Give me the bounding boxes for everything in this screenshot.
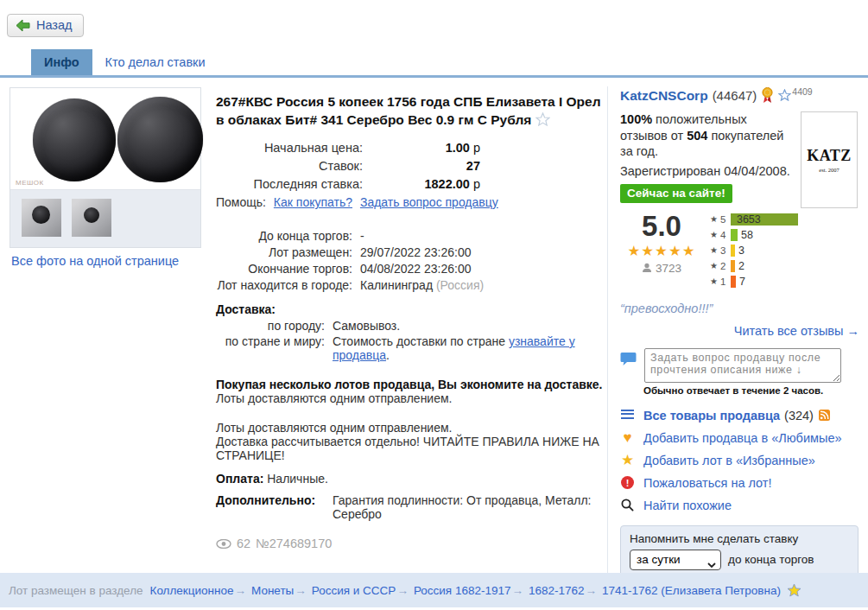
payment-value: Наличные.: [267, 472, 328, 486]
savings-note-line: Лоты доставляются одним отправлением.: [216, 391, 453, 405]
rating-summary: 5.0 ★★★★★ 3723: [620, 212, 703, 291]
thumbnail-strip: [10, 189, 200, 247]
read-all-reviews-link[interactable]: Читать все отзывы →: [620, 324, 859, 338]
category-star-icon[interactable]: [787, 583, 801, 597]
histogram-bar: [731, 260, 735, 272]
breadcrumb-link-1682-1762[interactable]: 1682-1762: [529, 584, 585, 597]
eye-icon: [216, 539, 231, 549]
info-row: Окончание торгов: 04/08/2022 23:26:00: [216, 261, 484, 277]
add-lot-favorites-link[interactable]: Добавить лот в «Избранные»: [643, 454, 815, 467]
price-number: 1.00: [446, 141, 470, 155]
additional-label: Дополнительно:: [216, 493, 333, 521]
histogram-row: ★ 2 2: [710, 260, 798, 272]
star-level: 4: [720, 230, 727, 240]
question-row: [620, 348, 859, 383]
shipping-note-line2: Доставка рассчитывается отдельно! ЧИТАЙТ…: [216, 435, 599, 462]
thumbnail-2[interactable]: [72, 199, 111, 237]
histogram-count: 3653: [737, 213, 761, 226]
icon-cell: !: [620, 476, 635, 489]
seller-logo[interactable]: KATZ est. 2007: [801, 111, 858, 208]
back-button[interactable]: Назад: [7, 14, 84, 37]
reminder-period-select[interactable]: за сутки: [630, 550, 721, 570]
delivery-value: Стоимость доставки по стране узнавайте у…: [325, 334, 584, 363]
info-label: Лот размещен:: [216, 245, 352, 261]
seller-logo-text: KATZ: [807, 147, 852, 165]
reminder-after-text: до конца торгов: [728, 553, 814, 566]
photo-panel: МЕШОК: [10, 87, 201, 248]
breadcrumb-link-russia-ussr[interactable]: Россия и СССР: [312, 584, 396, 597]
breadcrumb-prefix: Лот размещен в разделе: [9, 584, 143, 597]
ask-seller-link[interactable]: Задать вопрос продавцу: [360, 195, 498, 209]
seller-favorites-count: 4409: [792, 86, 812, 97]
lot-country: (Россия): [433, 278, 484, 292]
goods-count: (324): [784, 409, 814, 423]
arrow-right-icon: →: [511, 584, 523, 597]
star-icon: ★: [710, 276, 718, 286]
seller-name-link[interactable]: KatzCNSCorp: [620, 88, 708, 104]
price-label: Последняя ставка:: [216, 175, 363, 193]
payment-label: Оплата:: [216, 472, 263, 486]
lot-page: Назад Инфо Кто делал ставки МЕШОК Все фо…: [0, 0, 868, 610]
favorites-star-icon: [778, 89, 791, 101]
histogram-bar: [731, 276, 736, 288]
breadcrumb-link-1741-1762[interactable]: 1741-1762 (Елизавета Петровна): [602, 584, 781, 597]
info-value-text: 29/07/2022 23:26:00: [360, 245, 471, 259]
tab-info[interactable]: Инфо: [31, 49, 92, 76]
coin-thumb: [84, 207, 99, 223]
info-value: Калининград (Россия): [352, 277, 484, 294]
info-value-text: 04/08/2022 23:26:00: [360, 262, 471, 276]
icon-cell: [620, 410, 635, 421]
delivery-heading: Доставка:: [216, 302, 606, 316]
response-time: Обычно отвечает в течение 2 часов.: [643, 385, 859, 396]
shipping-note: Лоты доставляются одним отправлением. До…: [216, 421, 605, 462]
icon-cell: [620, 499, 635, 512]
delivery-row: по стране и миру: Стоимость доставки по …: [216, 334, 584, 363]
add-seller-favorites-link[interactable]: Добавить продавца в «Любимые»: [643, 431, 842, 445]
histogram-bar: [731, 229, 738, 241]
buyer-count: 504: [687, 129, 707, 143]
alert-icon: !: [621, 476, 634, 489]
price-label: Ставок:: [216, 156, 363, 175]
all-goods-row: Все товары продавца (324): [620, 404, 859, 427]
find-similar-link[interactable]: Найти похожие: [643, 499, 732, 512]
fav-seller-row: ♥ Добавить продавца в «Любимые»: [620, 427, 859, 449]
histogram-row: ★ 4 58: [710, 229, 798, 241]
star-level: 5: [720, 214, 727, 225]
histogram-row: ★ 3 3: [710, 245, 798, 257]
question-textarea[interactable]: [644, 348, 841, 383]
favorite-star-icon[interactable]: [535, 112, 550, 130]
lot-title: 267#КВС Россия 5 копеек 1756 года СПБ Ел…: [216, 92, 603, 130]
star-icon: ★: [710, 214, 718, 224]
arrow-right-icon: →: [234, 584, 246, 597]
tab-bidders[interactable]: Кто делал ставки: [92, 49, 219, 76]
help-row: Помощь: Как покупать? Задать вопрос прод…: [216, 195, 606, 209]
breadcrumb-link-coins[interactable]: Монеты: [251, 584, 294, 597]
how-to-buy-link[interactable]: Как покупать?: [274, 195, 352, 209]
seller-logo-subtext: est. 2007: [819, 167, 839, 173]
info-label: До конца торгов:: [216, 228, 352, 245]
reminder-controls: за сутки до конца торгов: [630, 550, 849, 570]
report-lot-link[interactable]: Пожаловаться на лот!: [643, 476, 772, 490]
breadcrumb-bar: Лот размещен в разделе Коллекционное→ Мо…: [0, 573, 868, 607]
raters-row: 3723: [620, 262, 703, 275]
rss-icon[interactable]: [819, 410, 830, 421]
all-goods-link[interactable]: Все товары продавца: [643, 409, 780, 423]
seller-favorites[interactable]: 4409: [778, 86, 812, 105]
histogram-row: ★ 1 7: [710, 276, 798, 288]
arrow-right-icon: →: [295, 584, 307, 597]
reminder-title: Напомнить мне сделать ставку: [630, 532, 849, 545]
thumbnail-1[interactable]: [22, 199, 61, 237]
star-level: 1: [720, 276, 727, 287]
breadcrumb-link-russia-1682-1917[interactable]: Россия 1682-1917: [414, 584, 511, 597]
histogram-bar: 3653: [731, 213, 798, 226]
breadcrumb-link-collectibles[interactable]: Коллекционное: [150, 584, 234, 597]
main-photo[interactable]: МЕШОК: [10, 88, 200, 189]
all-photos-link[interactable]: Все фото на одной странице: [11, 254, 179, 268]
seller-actions: Все товары продавца (324) ♥ Добавить про…: [620, 404, 859, 517]
star-icon: ★: [710, 230, 718, 239]
lot-city: Калининград: [360, 278, 433, 292]
delivery-period: .: [386, 348, 390, 362]
arrow-right-icon: →: [586, 584, 598, 597]
heart-icon: ♥: [620, 431, 635, 444]
seller-panel: KATZ est. 2007 KatzCNSCorp (44647) 4409 …: [607, 86, 868, 607]
